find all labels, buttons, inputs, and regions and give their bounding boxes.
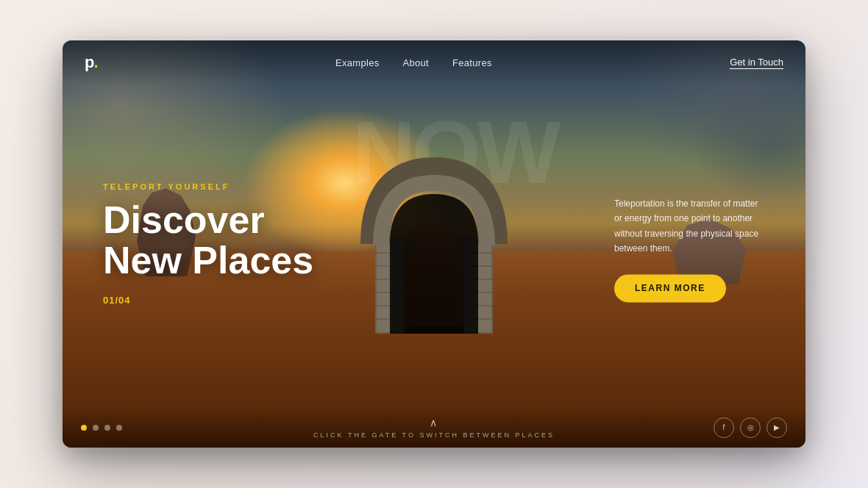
dot-2[interactable] bbox=[93, 425, 99, 431]
stone-arch[interactable] bbox=[360, 135, 508, 334]
hero-title: Discover New Places bbox=[103, 200, 313, 280]
hero-title-line1: Discover bbox=[103, 198, 265, 241]
nav-examples[interactable]: Examples bbox=[335, 57, 379, 68]
dot-navigation bbox=[81, 425, 122, 431]
bottom-bar: ∧ CLICK THE GATE TO SWITCH BETWEEN PLACE… bbox=[63, 407, 805, 448]
logo-letter: p bbox=[85, 53, 93, 71]
nav-about[interactable]: About bbox=[403, 57, 429, 68]
hero-right-content: Teleportation is the transfer of matter … bbox=[614, 196, 761, 302]
hero-eyebrow: TELEPORT YOURSELF bbox=[103, 182, 313, 191]
bottom-hint: ∧ CLICK THE GATE TO SWITCH BETWEEN PLACE… bbox=[313, 417, 555, 439]
browser-window: Now bbox=[63, 40, 805, 448]
logo[interactable]: p. bbox=[85, 53, 98, 72]
logo-dot: . bbox=[93, 53, 97, 71]
dot-3[interactable] bbox=[104, 425, 110, 431]
navbar: p. Examples About Features Get in Touch bbox=[63, 40, 805, 85]
hero-description: Teleportation is the transfer of matter … bbox=[614, 196, 761, 256]
hint-arrow: ∧ bbox=[313, 417, 555, 428]
nav-links: Examples About Features bbox=[335, 56, 492, 69]
learn-more-button[interactable]: LEARN MORE bbox=[614, 274, 726, 302]
social-icons: f ◎ ▶ bbox=[714, 417, 787, 438]
instagram-icon[interactable]: ◎ bbox=[740, 417, 761, 438]
nav-features[interactable]: Features bbox=[452, 57, 492, 68]
slide-counter: 01/04 bbox=[103, 295, 313, 306]
hero-left-content: TELEPORT YOURSELF Discover New Places 01… bbox=[103, 182, 313, 306]
facebook-icon[interactable]: f bbox=[714, 417, 734, 438]
hint-text: CLICK THE GATE TO SWITCH BETWEEN PLACES bbox=[313, 431, 555, 439]
hero-title-line2: New Places bbox=[103, 239, 313, 281]
dot-4[interactable] bbox=[116, 425, 122, 431]
nav-cta-button[interactable]: Get in Touch bbox=[730, 57, 783, 69]
youtube-icon[interactable]: ▶ bbox=[766, 417, 787, 438]
dot-1[interactable] bbox=[81, 425, 87, 431]
